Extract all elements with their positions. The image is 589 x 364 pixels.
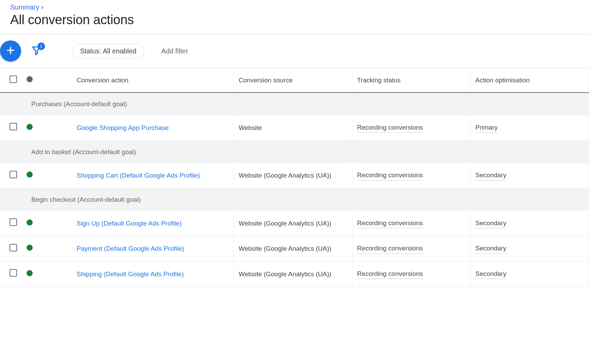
row-name-cell: Google Shopping App Purchase xyxy=(56,115,234,140)
add-conversion-button[interactable] xyxy=(0,40,21,62)
row-status-cell xyxy=(27,211,56,236)
toolbar: 1 Status: All enabled Add filter xyxy=(0,34,589,68)
header-checkbox-cell xyxy=(0,68,27,93)
row-name-cell: Sign Up (Default Google Ads Profile) xyxy=(56,211,234,236)
page-title: All conversion actions xyxy=(10,13,579,27)
status-dot-icon xyxy=(27,76,33,82)
action-optimisation-text[interactable]: Secondary xyxy=(475,219,506,229)
breadcrumb-summary-link[interactable]: Summary xyxy=(10,3,39,11)
row-checkbox-cell xyxy=(0,236,27,262)
plus-icon xyxy=(5,45,16,57)
row-status-cell xyxy=(27,163,56,188)
row-tracking-cell: Recording conversions xyxy=(352,115,471,140)
conversion-action-link[interactable]: Payment (Default Google Ads Profile) xyxy=(77,245,184,252)
filter-icon xyxy=(31,50,42,57)
row-checkbox[interactable] xyxy=(10,171,17,178)
row-tracking-cell: Recording conversions xyxy=(352,211,471,236)
row-name-cell: Shopping Cart (Default Google Ads Profil… xyxy=(56,163,234,188)
row-status-cell xyxy=(27,262,56,287)
group-label: Begin checkout (Account-default goal) xyxy=(0,188,589,211)
header-status-cell xyxy=(27,68,56,93)
row-source-cell: Website (Google Analytics (UA)) xyxy=(234,262,352,287)
header-name[interactable]: Conversion action xyxy=(56,68,234,93)
row-checkbox-cell xyxy=(0,262,27,287)
row-status-cell xyxy=(27,115,56,140)
table-row: Sign Up (Default Google Ads Profile)Webs… xyxy=(0,211,589,236)
row-checkbox[interactable] xyxy=(10,218,17,226)
row-checkbox-cell xyxy=(0,163,27,188)
row-checkbox[interactable] xyxy=(10,269,17,277)
row-opt-cell: Secondary xyxy=(471,211,589,236)
row-checkbox-cell xyxy=(0,115,27,140)
row-source-cell: Website (Google Analytics (UA)) xyxy=(234,163,352,188)
table-row: Shipping (Default Google Ads Profile)Web… xyxy=(0,262,589,287)
filter-badge: 1 xyxy=(37,43,45,50)
row-source-cell: Website xyxy=(234,115,352,140)
action-optimisation-text[interactable]: Secondary xyxy=(475,269,506,279)
row-checkbox-cell xyxy=(0,211,27,236)
table-row: Shopping Cart (Default Google Ads Profil… xyxy=(0,163,589,188)
row-checkbox[interactable] xyxy=(10,123,17,130)
row-checkbox[interactable] xyxy=(10,244,17,251)
header-opt[interactable]: Action optimisation xyxy=(471,68,589,93)
filter-button[interactable]: 1 xyxy=(31,45,42,57)
row-opt-cell: Secondary xyxy=(471,163,589,188)
breadcrumb: Summary › xyxy=(10,3,579,11)
conversion-action-link[interactable]: Sign Up (Default Google Ads Profile) xyxy=(77,220,181,227)
row-status-cell xyxy=(27,236,56,262)
action-optimisation-text[interactable]: Primary xyxy=(475,123,497,133)
select-all-checkbox[interactable] xyxy=(10,76,17,83)
table-row: Payment (Default Google Ads Profile)Webs… xyxy=(0,236,589,262)
conversion-action-link[interactable]: Google Shopping App Purchase xyxy=(77,124,169,131)
group-row: Add to basket (Account-default goal) xyxy=(0,140,589,163)
status-dot-icon xyxy=(27,171,33,178)
action-optimisation-text[interactable]: Secondary xyxy=(475,171,506,181)
table-header-row: Conversion action Conversion source Trac… xyxy=(0,68,589,93)
group-label: Add to basket (Account-default goal) xyxy=(0,140,589,163)
status-dot-icon xyxy=(27,245,33,251)
conversion-action-link[interactable]: Shipping (Default Google Ads Profile) xyxy=(77,270,184,278)
tracking-status-text[interactable]: Recording conversions xyxy=(357,123,423,133)
row-tracking-cell: Recording conversions xyxy=(352,262,471,287)
status-dot-icon xyxy=(27,124,33,130)
conversion-action-link[interactable]: Shopping Cart (Default Google Ads Profil… xyxy=(77,172,200,179)
conversion-actions-table: Conversion action Conversion source Trac… xyxy=(0,68,589,287)
status-dot-icon xyxy=(27,219,33,226)
row-opt-cell: Primary xyxy=(471,115,589,140)
header-tracking[interactable]: Tracking status xyxy=(352,68,471,93)
row-source-cell: Website (Google Analytics (UA)) xyxy=(234,236,352,262)
table-row: Google Shopping App PurchaseWebsiteRecor… xyxy=(0,115,589,140)
status-dot-icon xyxy=(27,270,33,276)
row-opt-cell: Secondary xyxy=(471,262,589,287)
add-filter-button[interactable]: Add filter xyxy=(161,47,188,55)
row-name-cell: Payment (Default Google Ads Profile) xyxy=(56,236,234,262)
row-name-cell: Shipping (Default Google Ads Profile) xyxy=(56,262,234,287)
row-opt-cell: Secondary xyxy=(471,236,589,262)
tracking-status-text[interactable]: Recording conversions xyxy=(357,171,423,181)
row-tracking-cell: Recording conversions xyxy=(352,163,471,188)
row-tracking-cell: Recording conversions xyxy=(352,236,471,262)
action-optimisation-text[interactable]: Secondary xyxy=(475,244,506,254)
row-source-cell: Website (Google Analytics (UA)) xyxy=(234,211,352,236)
tracking-status-text[interactable]: Recording conversions xyxy=(357,269,423,279)
status-filter-chip[interactable]: Status: All enabled xyxy=(72,44,144,59)
header-source[interactable]: Conversion source xyxy=(234,68,352,93)
group-row: Begin checkout (Account-default goal) xyxy=(0,188,589,211)
chevron-right-icon: › xyxy=(42,4,44,11)
tracking-status-text[interactable]: Recording conversions xyxy=(357,219,423,229)
tracking-status-text[interactable]: Recording conversions xyxy=(357,244,423,254)
group-row: Purchases (Account-default goal) xyxy=(0,93,589,115)
page-header: Summary › All conversion actions xyxy=(0,0,589,34)
group-label: Purchases (Account-default goal) xyxy=(0,93,589,115)
